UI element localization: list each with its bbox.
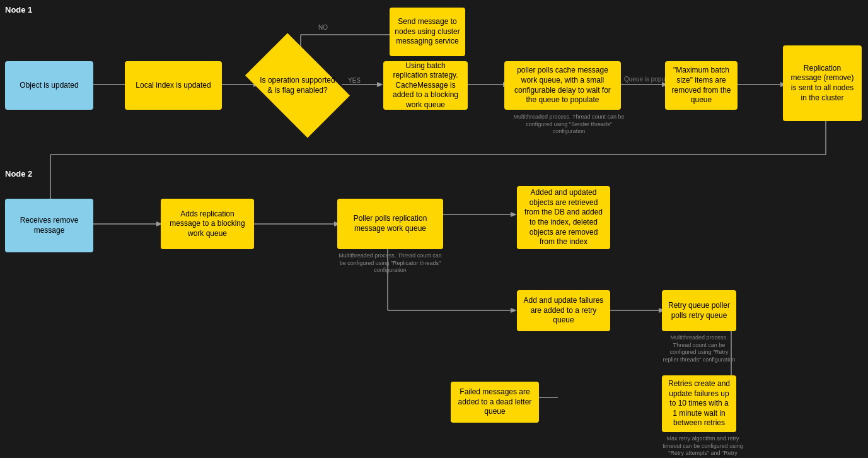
no-label: NO [318,24,328,31]
poller-rep-note: Multithreaded process. Thread count can … [337,252,443,274]
send-message-box: Send message to nodes using cluster mess… [390,8,465,56]
poller-polls-rep-box: Poller polls replication message work qu… [337,199,443,249]
yes-label: YES [348,77,361,84]
add-update-failures-box: Add and update failures are added to a r… [517,290,610,331]
svg-marker-24 [511,212,517,217]
added-updated-box: Added and updated objects are retrieved … [517,186,610,249]
max-batch-box: "Maximum batch size" items are removed f… [665,61,738,110]
local-index-box: Local index is updated [125,61,222,110]
poller-polls-cache-box: poller polls cache message work queue, w… [504,61,621,110]
poller-note: Multithreaded process. Thread count can … [511,114,627,136]
node1-label: Node 1 [5,5,32,15]
object-updated-box: Object is updated [5,61,93,110]
svg-marker-27 [511,308,517,313]
failed-messages-box: Failed messages are added to a dead lett… [451,382,539,423]
replication-message-box: Replication message (remove) is sent to … [783,45,862,121]
canvas: Node 1 Node 2 Object is updated Local in… [0,0,868,458]
is-operation-diamond: Is operation supported & is flag enabled… [253,56,342,115]
adds-replication-box: Adds replication message to a blocking w… [161,199,254,249]
retries-create-box: Retries create and update failures up to… [662,375,736,432]
batch-replication-box: Using batch replication strategy. CacheM… [383,61,468,110]
receives-remove-box: Receives remove message [5,199,93,252]
retry-alg-note: Max retry algorithm and retry timeout ca… [662,435,744,458]
svg-marker-5 [377,82,383,87]
retry-queue-poller-box: Retry queue poller polls retry queue [662,290,736,331]
retry-note: Multithreaded process. Thread count can … [662,334,736,364]
node2-label: Node 2 [5,169,32,179]
